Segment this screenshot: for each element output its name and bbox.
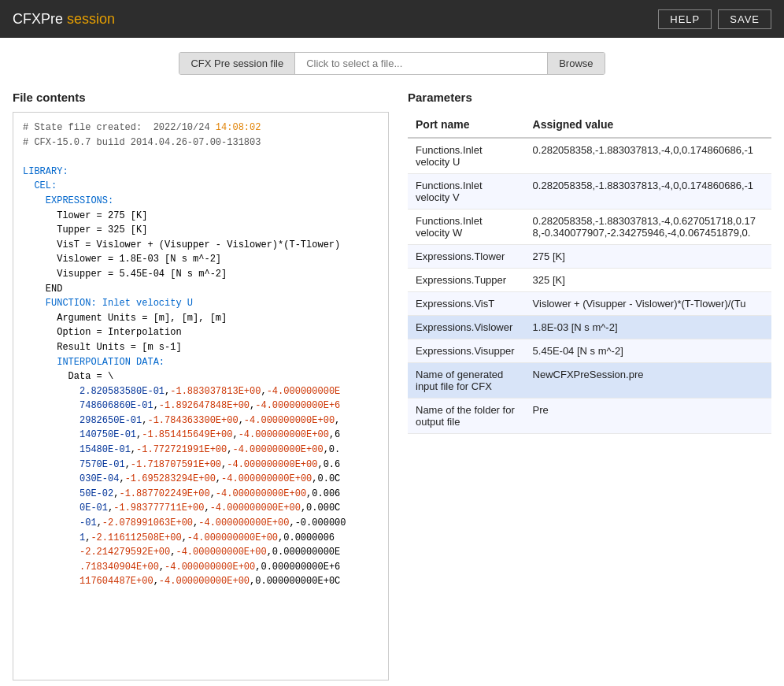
code-line: # State file created: 2022/10/24 14:08:0… xyxy=(23,121,379,135)
table-row: Expressions.Tupper325 [K] xyxy=(408,269,771,292)
table-row: Functions.Inlet velocity U0.282058358,-1… xyxy=(408,138,771,174)
table-row: Expressions.Tlower275 [K] xyxy=(408,245,771,269)
col-assigned-value: Assigned value xyxy=(525,112,771,138)
code-line: Argument Units = [m], [m], [m] xyxy=(23,311,379,326)
header-actions: HELP SAVE xyxy=(658,9,771,29)
assigned-value-cell: 325 [K] xyxy=(525,269,771,292)
code-line: 748606860E-01,-1.892647848E+00,-4.000000… xyxy=(23,399,379,413)
help-button[interactable]: HELP xyxy=(658,9,712,29)
code-line: # CFX-15.0.7 build 2014.04.26-07.00-1318… xyxy=(23,135,379,150)
assigned-value-cell: 0.282058358,-1.883037813,-4,0,0.17486068… xyxy=(525,138,771,174)
browse-button[interactable]: Browse xyxy=(547,53,604,74)
file-contents-heading: File contents xyxy=(13,91,389,104)
port-name-cell: Expressions.Tlower xyxy=(408,245,525,269)
code-line: CEL: xyxy=(23,179,379,194)
port-name-cell: Expressions.Vislower xyxy=(408,316,525,339)
code-line: 140750E-01,-1.851415649E+00,-4.000000000… xyxy=(23,428,379,443)
code-viewer[interactable]: # State file created: 2022/10/24 14:08:0… xyxy=(13,112,389,680)
parameters-heading: Parameters xyxy=(408,91,771,104)
file-selector-group: CFX Pre session file Browse xyxy=(179,52,605,75)
save-button[interactable]: SAVE xyxy=(718,9,771,29)
assigned-value-cell: Pre xyxy=(525,399,771,434)
port-name-cell: Functions.Inlet velocity U xyxy=(408,138,525,174)
code-line: 1,-2.116112508E+00,-4.000000000E+00,0.00… xyxy=(23,531,379,546)
table-row: Expressions.Vislower1.8E-03 [N s m^-2] xyxy=(408,316,771,339)
code-line: Tupper = 325 [K] xyxy=(23,223,379,238)
title-highlight: session xyxy=(63,11,115,27)
code-line: Data = \ xyxy=(23,369,379,384)
port-name-cell: Name of the folder for output file xyxy=(408,399,525,434)
app-header: CFXPre session HELP SAVE xyxy=(0,0,784,38)
code-line: 50E-02,-1.887702249E+00,-4.000000000E+00… xyxy=(23,487,379,502)
port-name-cell: Name of generated input file for CFX xyxy=(408,363,525,399)
code-line: 15480E-01,-1.772721991E+00,-4.000000000E… xyxy=(23,443,379,458)
parameters-table: Port name Assigned value Functions.Inlet… xyxy=(408,112,771,434)
assigned-value-cell: 0.282058358,-1.883037813,-4,0.627051718,… xyxy=(525,210,771,245)
code-line: 2982650E-01,-1.784363300E+00,-4.00000000… xyxy=(23,413,379,428)
table-row: Name of the folder for output filePre xyxy=(408,399,771,434)
file-path-input[interactable] xyxy=(295,53,547,74)
code-line: 030E-04,-1.695283294E+00,-4.000000000E+0… xyxy=(23,472,379,487)
code-line: Vislower = 1.8E-03 [N s m^-2] xyxy=(23,252,379,267)
code-line: INTERPOLATION DATA: xyxy=(23,355,379,370)
code-line: 7570E-01,-1.718707591E+00,-4.000000000E+… xyxy=(23,458,379,473)
table-row: Functions.Inlet velocity V0.282058358,-1… xyxy=(408,174,771,210)
assigned-value-cell: 5.45E-04 [N s m^-2] xyxy=(525,339,771,363)
port-name-cell: Expressions.Visupper xyxy=(408,339,525,363)
code-line: FUNCTION: Inlet velocity U xyxy=(23,296,379,311)
code-line: END xyxy=(23,282,379,297)
app-title: CFXPre session xyxy=(13,11,115,28)
code-line: LIBRARY: xyxy=(23,165,379,180)
assigned-value-cell: Vislower + (Visupper - Vislower)*(T-Tlow… xyxy=(525,292,771,316)
table-row: Expressions.Visupper5.45E-04 [N s m^-2] xyxy=(408,339,771,363)
code-line: Tlower = 275 [K] xyxy=(23,209,379,224)
code-line: 0E-01,-1.983777711E+00,-4.000000000E+00,… xyxy=(23,501,379,516)
port-name-cell: Expressions.Tupper xyxy=(408,269,525,292)
port-name-cell: Functions.Inlet velocity W xyxy=(408,210,525,245)
code-line: Option = Interpolation xyxy=(23,325,379,340)
code-line xyxy=(23,150,379,165)
code-line: -01,-2.078991063E+00,-4.000000000E+00,-0… xyxy=(23,516,379,531)
code-line: -2.214279592E+00,-4.000000000E+00,0.0000… xyxy=(23,545,379,560)
code-line: .718340904E+00,-4.000000000E+00,0.000000… xyxy=(23,560,379,575)
code-line: EXPRESSIONS: xyxy=(23,194,379,209)
assigned-value-cell: 275 [K] xyxy=(525,245,771,269)
table-row: Functions.Inlet velocity W0.282058358,-1… xyxy=(408,210,771,245)
code-line: Visupper = 5.45E-04 [N s m^-2] xyxy=(23,267,379,282)
code-line: VisT = Vislower + (Visupper - Vislower)*… xyxy=(23,238,379,253)
code-line: 117604487E+00,-4.000000000E+00,0.0000000… xyxy=(23,574,379,589)
port-name-cell: Functions.Inlet velocity V xyxy=(408,174,525,210)
assigned-value-cell: 1.8E-03 [N s m^-2] xyxy=(525,316,771,339)
col-port-name: Port name xyxy=(408,112,525,138)
left-panel: File contents # State file created: 2022… xyxy=(13,91,389,680)
code-line: 2.820583580E-01,-1.883037813E+00,-4.0000… xyxy=(23,384,379,399)
file-bar-label: CFX Pre session file xyxy=(179,53,295,74)
table-header-row: Port name Assigned value xyxy=(408,112,771,138)
table-row: Name of generated input file for CFXNewC… xyxy=(408,363,771,399)
file-selector-bar: CFX Pre session file Browse xyxy=(0,38,784,84)
code-line: Result Units = [m s-1] xyxy=(23,340,379,355)
assigned-value-cell: 0.282058358,-1.883037813,-4,0,0.17486068… xyxy=(525,174,771,210)
assigned-value-cell: NewCFXPreSession.pre xyxy=(525,363,771,399)
port-name-cell: Expressions.VisT xyxy=(408,292,525,316)
right-panel: Parameters Port name Assigned value Func… xyxy=(408,91,771,680)
table-row: Expressions.VisTVislower + (Visupper - V… xyxy=(408,292,771,316)
main-content: File contents # State file created: 2022… xyxy=(0,84,784,680)
